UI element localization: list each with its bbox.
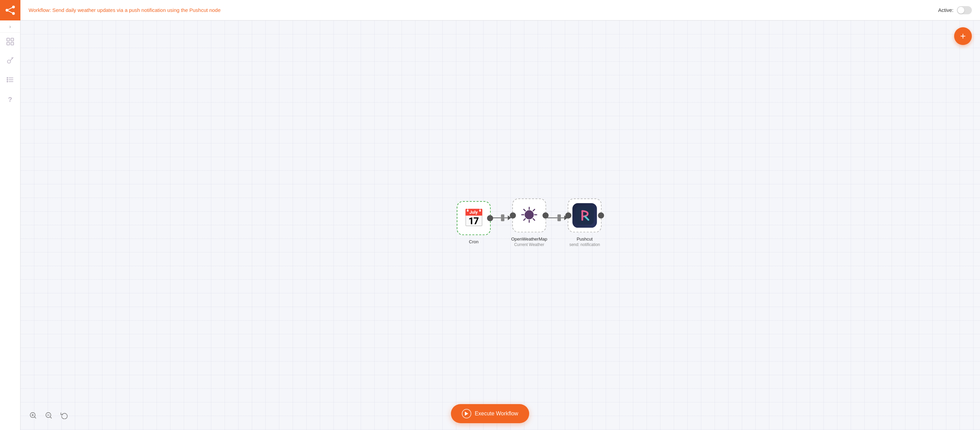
sidebar-expand-button[interactable]: › [0, 21, 21, 33]
sidebar-item-workflows[interactable] [0, 33, 21, 52]
cron-node[interactable]: 📅 [457, 201, 490, 215]
svg-point-14 [7, 79, 8, 80]
sidebar-item-credentials[interactable] [0, 52, 21, 71]
header: Workflow: Send daily weather updates via… [21, 0, 490, 21]
key-icon [6, 57, 14, 66]
svg-rect-7 [7, 42, 10, 45]
svg-rect-8 [11, 42, 14, 45]
svg-rect-6 [11, 38, 14, 41]
workflow-nodes: 📅 Cron [457, 198, 490, 215]
chevron-right-icon: › [9, 24, 11, 29]
workflow-canvas: 📅 Cron [21, 21, 490, 215]
sidebar-item-executions[interactable] [0, 71, 21, 90]
svg-point-13 [7, 77, 8, 78]
sidebar: › [0, 0, 21, 215]
svg-rect-5 [7, 38, 10, 41]
workflow-name[interactable]: Send daily weather updates via a push no… [52, 7, 221, 13]
svg-line-4 [7, 10, 13, 14]
svg-point-15 [7, 81, 8, 82]
svg-line-3 [7, 7, 13, 10]
cron-icon: 📅 [463, 208, 484, 215]
canvas-grid[interactable]: 📅 Cron [21, 21, 490, 215]
sidebar-item-help[interactable]: ? [0, 90, 21, 109]
logo[interactable] [0, 0, 21, 21]
cron-node-wrapper: 📅 Cron [457, 201, 490, 215]
workflow-title: Workflow: Send daily weather updates via… [29, 7, 221, 13]
workflow-label: Workflow: [29, 7, 51, 13]
list-icon [6, 76, 14, 85]
svg-point-0 [5, 9, 8, 11]
cron-node-row: 📅 [457, 201, 490, 215]
workflows-icon [6, 38, 14, 47]
help-icon: ? [8, 96, 12, 104]
